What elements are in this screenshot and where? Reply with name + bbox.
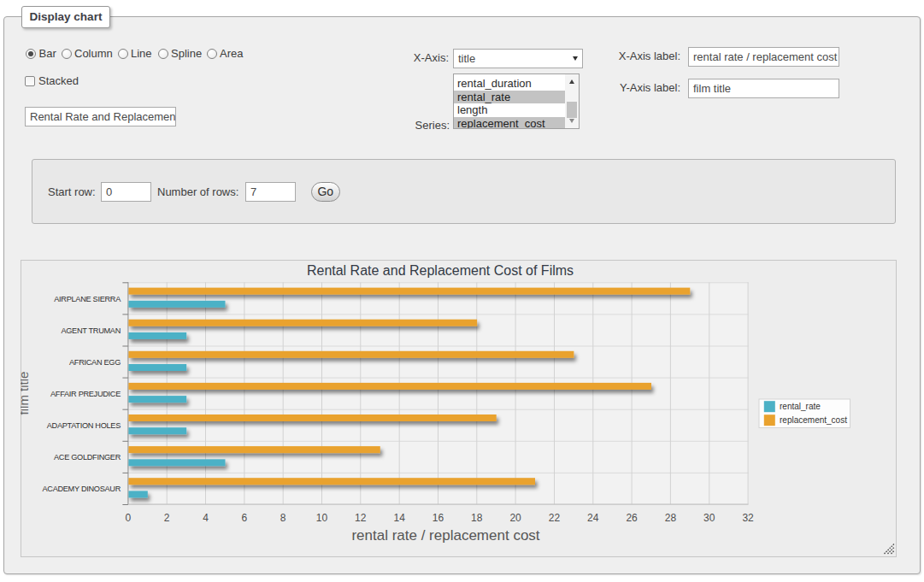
svg-text:film title: film title bbox=[21, 372, 31, 415]
svg-text:ACADEMY DINOSAUR: ACADEMY DINOSAUR bbox=[42, 485, 121, 493]
svg-text:24: 24 bbox=[587, 512, 599, 524]
svg-text:rental_rate: rental_rate bbox=[780, 402, 821, 411]
svg-text:20: 20 bbox=[509, 512, 521, 524]
svg-text:14: 14 bbox=[394, 512, 406, 524]
svg-text:0: 0 bbox=[126, 512, 132, 524]
svg-text:4: 4 bbox=[203, 512, 209, 524]
svg-text:18: 18 bbox=[471, 512, 483, 524]
svg-text:26: 26 bbox=[626, 512, 638, 524]
svg-text:ADAPTATION HOLES: ADAPTATION HOLES bbox=[47, 421, 121, 430]
svg-text:replacement_cost: replacement_cost bbox=[780, 415, 847, 425]
svg-text:12: 12 bbox=[355, 512, 367, 524]
svg-text:AGENT TRUMAN: AGENT TRUMAN bbox=[61, 326, 121, 335]
svg-text:6: 6 bbox=[242, 512, 248, 524]
svg-text:28: 28 bbox=[665, 512, 677, 524]
svg-text:AFRICAN EGG: AFRICAN EGG bbox=[69, 358, 121, 367]
svg-text:8: 8 bbox=[280, 512, 286, 524]
svg-text:22: 22 bbox=[549, 512, 561, 524]
svg-text:Rental Rate and Replacement Co: Rental Rate and Replacement Cost of Film… bbox=[307, 263, 574, 278]
svg-text:16: 16 bbox=[433, 512, 444, 524]
svg-text:2: 2 bbox=[164, 512, 170, 524]
svg-text:AIRPLANE SIERRA: AIRPLANE SIERRA bbox=[54, 295, 121, 303]
svg-text:30: 30 bbox=[703, 512, 715, 524]
svg-text:32: 32 bbox=[742, 512, 754, 524]
svg-text:rental rate / replacement cost: rental rate / replacement cost bbox=[351, 527, 539, 544]
svg-text:ACE GOLDFINGER: ACE GOLDFINGER bbox=[54, 453, 121, 461]
svg-text:10: 10 bbox=[316, 512, 328, 524]
svg-text:AFFAIR PREJUDICE: AFFAIR PREJUDICE bbox=[50, 390, 121, 398]
